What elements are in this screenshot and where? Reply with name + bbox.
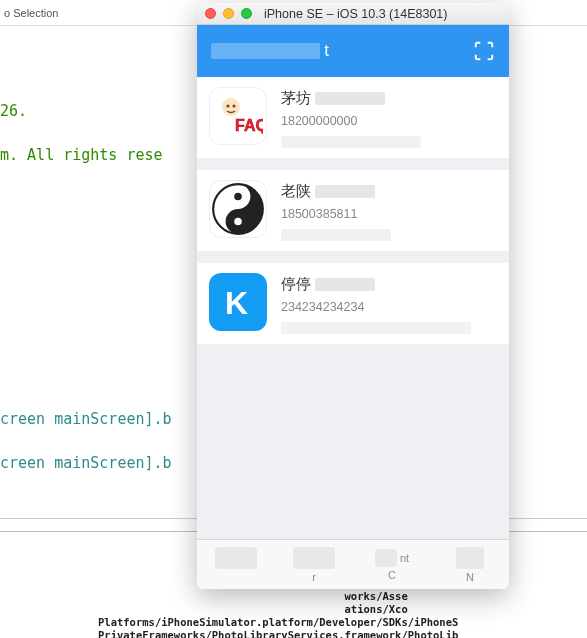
- tab-item-1[interactable]: [197, 540, 275, 589]
- app-screen: t FAQ: [197, 25, 509, 589]
- contact-cell[interactable]: K 停停 234234234234: [197, 263, 509, 344]
- console-line: PrivateFrameworks/PhotoLibraryServices.f…: [98, 629, 458, 638]
- redacted: [315, 185, 375, 198]
- tab-label-suffix: r: [312, 571, 316, 583]
- redacted: [315, 92, 385, 105]
- redacted: [281, 322, 471, 334]
- contact-cell[interactable]: FAQ 茅坊 18200000000: [197, 77, 509, 158]
- editor-tab-label: o Selection: [4, 7, 58, 19]
- redacted: [281, 229, 391, 241]
- contact-list[interactable]: FAQ 茅坊 18200000000: [197, 77, 509, 344]
- scan-icon[interactable]: [473, 40, 495, 62]
- svg-point-0: [222, 98, 240, 116]
- tab-label-part: nt: [400, 552, 409, 564]
- window-controls: [205, 8, 252, 19]
- svg-point-6: [234, 218, 242, 226]
- simulator-title: iPhone SE – iOS 10.3 (14E8301): [264, 7, 447, 21]
- close-icon[interactable]: [205, 8, 216, 19]
- nav-bar: t: [197, 25, 509, 77]
- zoom-icon[interactable]: [241, 8, 252, 19]
- svg-point-5: [234, 193, 242, 201]
- console-line: works/Asse: [98, 590, 408, 602]
- svg-text:K: K: [225, 285, 248, 321]
- tab-icon-redacted: [293, 547, 335, 569]
- tab-label-part: C: [388, 569, 396, 581]
- tab-item-4[interactable]: N: [431, 540, 509, 589]
- contact-phone: 234234234234: [281, 300, 497, 314]
- tab-icon-redacted: [456, 547, 484, 569]
- minimize-icon[interactable]: [223, 8, 234, 19]
- redacted: [281, 136, 421, 148]
- console-line: ations/Xco: [98, 603, 408, 615]
- tab-icon-redacted: [215, 547, 257, 569]
- avatar: [209, 180, 267, 238]
- nav-title: t: [211, 42, 329, 60]
- tab-item-2[interactable]: r: [275, 540, 353, 589]
- simulator-titlebar[interactable]: iPhone SE – iOS 10.3 (14E8301): [197, 3, 509, 25]
- contact-name: 茅坊: [281, 89, 311, 108]
- svg-point-1: [226, 104, 229, 107]
- tab-label: N: [466, 571, 474, 583]
- ios-simulator-window: iPhone SE – iOS 10.3 (14E8301) t: [197, 3, 509, 589]
- contact-name: 停停: [281, 275, 311, 294]
- avatar: FAQ: [209, 87, 267, 145]
- avatar: K: [209, 273, 267, 331]
- contact-phone: 18500385811: [281, 207, 497, 221]
- console-line: Platforms/iPhoneSimulator.platform/Devel…: [98, 616, 458, 628]
- redacted: [315, 278, 375, 291]
- nav-title-tail: t: [324, 41, 329, 61]
- svg-point-2: [232, 104, 235, 107]
- contact-phone: 18200000000: [281, 114, 497, 128]
- contact-name: 老陕: [281, 182, 311, 201]
- tab-bar: r nt C N: [197, 539, 509, 589]
- tab-icon-redacted: [375, 549, 397, 567]
- contact-cell[interactable]: 老陕 18500385811: [197, 170, 509, 251]
- nav-title-redacted: [211, 43, 320, 59]
- svg-text:FAQ: FAQ: [235, 117, 263, 134]
- tab-item-3[interactable]: nt C: [353, 540, 431, 589]
